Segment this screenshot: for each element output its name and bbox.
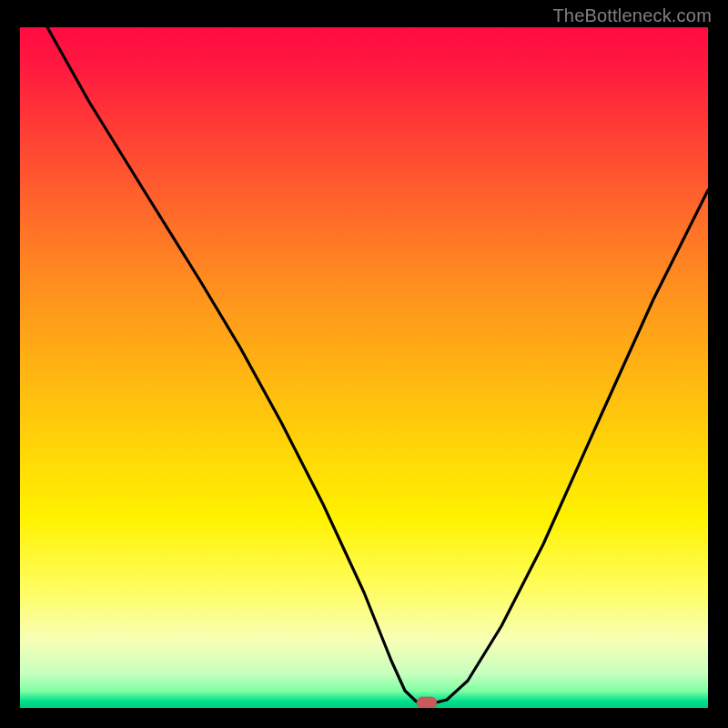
bottleneck-curve bbox=[47, 27, 708, 703]
curve-layer bbox=[20, 27, 708, 708]
plot-area bbox=[20, 27, 708, 708]
minimum-marker bbox=[417, 697, 437, 708]
chart-frame: TheBottleneck.com bbox=[0, 0, 728, 728]
watermark-text: TheBottleneck.com bbox=[552, 5, 712, 26]
